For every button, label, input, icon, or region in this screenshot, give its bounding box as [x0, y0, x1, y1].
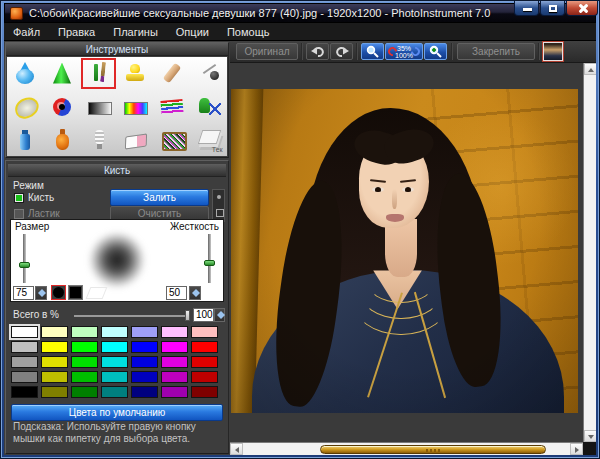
tool-clock[interactable]: [7, 90, 44, 123]
total-slider-thumb[interactable]: [185, 310, 190, 321]
color-swatch[interactable]: [41, 341, 68, 353]
menu-help[interactable]: Помощь: [218, 24, 279, 40]
tool-color-lines[interactable]: [154, 90, 191, 123]
undo-button[interactable]: [306, 43, 329, 60]
color-swatch[interactable]: [101, 371, 128, 383]
color-swatch[interactable]: [41, 356, 68, 368]
color-swatch[interactable]: [71, 386, 98, 398]
brush-checkbox-label[interactable]: Кисть: [28, 192, 54, 203]
scroll-up-button[interactable]: [584, 63, 596, 75]
menu-file[interactable]: Файл: [4, 24, 49, 40]
tool-rainbow-gradient[interactable]: [117, 90, 154, 123]
color-swatch[interactable]: [41, 386, 68, 398]
tool-pin[interactable]: [190, 57, 227, 90]
total-spinner[interactable]: [214, 308, 225, 322]
color-swatch[interactable]: [131, 356, 158, 368]
color-swatch[interactable]: [11, 371, 38, 383]
tool-cone[interactable]: [44, 57, 81, 90]
menu-edit[interactable]: Правка: [49, 24, 104, 40]
scroll-down-button[interactable]: [584, 430, 596, 442]
color-swatch[interactable]: [131, 326, 158, 338]
vertical-scrollbar[interactable]: [583, 63, 596, 442]
tool-patch[interactable]: [154, 57, 191, 90]
size-slider-thumb[interactable]: [19, 262, 30, 268]
square-brush-button[interactable]: [68, 285, 83, 300]
size-value-field[interactable]: 75: [13, 286, 34, 300]
color-swatch[interactable]: [101, 356, 128, 368]
color-swatch[interactable]: [191, 341, 218, 353]
polygon-brush-button[interactable]: [86, 287, 108, 299]
tool-clone-scissors[interactable]: [190, 90, 227, 123]
original-button[interactable]: Оригинал: [236, 43, 298, 60]
tool-stamp[interactable]: [117, 57, 154, 90]
image-thumbnail[interactable]: [543, 42, 563, 61]
menu-options[interactable]: Опции: [167, 24, 218, 40]
color-swatch[interactable]: [131, 371, 158, 383]
scroll-left-button[interactable]: [230, 443, 243, 455]
eraser-checkbox[interactable]: [14, 209, 24, 219]
color-swatch[interactable]: [71, 326, 98, 338]
color-swatch[interactable]: [11, 356, 38, 368]
tool-gray-gradient[interactable]: [80, 90, 117, 123]
color-swatch[interactable]: [161, 326, 188, 338]
color-swatch[interactable]: [131, 386, 158, 398]
color-swatch[interactable]: [191, 326, 218, 338]
color-swatch[interactable]: [191, 356, 218, 368]
pin-button[interactable]: Закрепить: [457, 43, 535, 60]
scroll-right-button[interactable]: [570, 443, 583, 455]
color-swatch[interactable]: [131, 341, 158, 353]
hardness-value-field[interactable]: 50: [166, 286, 187, 300]
color-swatch[interactable]: [71, 341, 98, 353]
color-swatch[interactable]: [41, 371, 68, 383]
tool-eraser[interactable]: [117, 123, 154, 156]
menu-plugins[interactable]: Плагины: [104, 24, 167, 40]
redo-button[interactable]: [330, 43, 353, 60]
color-swatch[interactable]: [161, 371, 188, 383]
color-swatch[interactable]: [71, 371, 98, 383]
minimize-button[interactable]: [514, 1, 539, 16]
color-swatch[interactable]: [101, 341, 128, 353]
zoom-rotate-display[interactable]: 35% 100%: [385, 43, 423, 60]
fill-button[interactable]: Залить: [110, 189, 209, 206]
horizontal-scroll-thumb[interactable]: [320, 445, 546, 454]
hardness-slider-thumb[interactable]: [204, 260, 215, 266]
color-swatch[interactable]: [191, 371, 218, 383]
color-swatch[interactable]: [11, 386, 38, 398]
total-value-field[interactable]: 100: [193, 308, 214, 322]
horizontal-scrollbar[interactable]: [230, 442, 583, 455]
color-swatch[interactable]: [161, 341, 188, 353]
tools-grid: Тек: [7, 57, 227, 156]
tool-tv-noise[interactable]: [154, 123, 191, 156]
tool-red-eye[interactable]: [44, 90, 81, 123]
total-slider-track[interactable]: [74, 315, 188, 317]
color-swatch[interactable]: [161, 386, 188, 398]
hardness-spinner[interactable]: [189, 286, 201, 300]
tool-water-drop[interactable]: [7, 57, 44, 90]
default-colors-button[interactable]: Цвета по умолчанию: [11, 404, 223, 421]
tool-bulb[interactable]: [80, 123, 117, 156]
zoom-out-button[interactable]: [361, 43, 384, 60]
tool-tube[interactable]: [7, 123, 44, 156]
hardness-slider-track[interactable]: [208, 234, 211, 283]
color-swatch[interactable]: [101, 386, 128, 398]
tool-bottle[interactable]: [44, 123, 81, 156]
color-swatch[interactable]: [11, 341, 38, 353]
size-slider-track[interactable]: [23, 234, 26, 283]
tool-brushes[interactable]: [80, 57, 117, 90]
photo-image[interactable]: [231, 89, 578, 413]
tool-text[interactable]: Тек: [190, 123, 227, 156]
color-swatch[interactable]: [101, 326, 128, 338]
text-layers-icon: Тек: [195, 127, 223, 153]
close-button[interactable]: [566, 1, 598, 16]
brush-checkbox[interactable]: [14, 193, 24, 203]
zoom-in-button[interactable]: [424, 43, 447, 60]
color-swatch[interactable]: [191, 386, 218, 398]
round-brush-button[interactable]: [51, 285, 66, 300]
color-swatch[interactable]: [41, 326, 68, 338]
color-swatch[interactable]: [11, 326, 38, 338]
maximize-button[interactable]: [540, 1, 565, 16]
size-spinner[interactable]: [35, 286, 47, 300]
brush-side-control[interactable]: [212, 189, 225, 222]
color-swatch[interactable]: [71, 356, 98, 368]
color-swatch[interactable]: [161, 356, 188, 368]
